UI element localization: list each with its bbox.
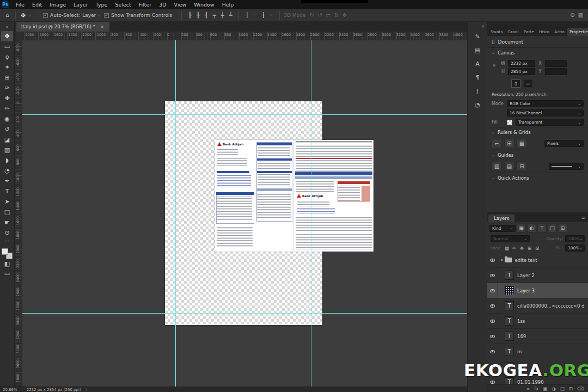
3d-drag-icon[interactable]: ⇄ [324,11,332,19]
link-layers-icon[interactable]: ∞ [526,385,530,392]
layer-visibility-toggle[interactable] [487,314,498,328]
toolbar-collapse-icon[interactable]: » [6,23,9,31]
more-options-icon[interactable]: ⋯ [267,11,275,19]
filter-pixel-layers-icon[interactable]: ▣ [517,224,526,232]
layer-effects-icon[interactable]: fx [534,385,538,392]
tab-layers[interactable]: Layers [488,215,514,222]
group-expand-icon[interactable]: ▾ [501,258,503,262]
filter-shape-layers-icon[interactable]: □ [548,224,557,232]
align-horizontal-center-icon[interactable]: ╂ [194,11,202,19]
workspace-switcher-icon[interactable]: ▥ [577,11,585,19]
blur-tool[interactable]: ◗ [1,155,13,166]
filter-type-layers-icon[interactable]: T [537,224,547,232]
3d-roll-icon[interactable]: ↺ [316,11,324,19]
history-panel-icon[interactable]: ✎ [471,32,483,42]
adjustment-layer-icon[interactable]: ◑ [552,385,555,392]
gradient-tool[interactable]: ▨ [1,145,13,155]
layer-row[interactable]: T169 [487,329,588,344]
align-vertical-center-icon[interactable]: ┿ [218,11,226,19]
panel-tab-patte[interactable]: Patte [522,28,536,36]
foreground-color-swatch[interactable] [2,248,8,255]
panel-tab-properties[interactable]: Properties [567,28,588,36]
clear-guides-icon[interactable]: ⊟ [517,162,527,171]
layer-visibility-toggle[interactable] [487,329,498,344]
pen-tool[interactable]: ✒ [1,176,13,186]
grid-icon[interactable]: ⊞ [504,139,514,148]
filter-adjustment-layers-icon[interactable]: ◐ [527,224,536,232]
distribute-vertical-icon[interactable]: ┆ [243,11,251,19]
healing-brush-tool[interactable]: ✚ [1,93,13,103]
lock-all-icon[interactable]: ⊠ [534,246,541,251]
layer-filter-kind-select[interactable]: Kind⌄ [489,225,516,232]
paragraph-panel-icon[interactable]: ¶ [471,72,483,83]
clone-source-panel-icon[interactable]: ◔ [471,100,483,110]
bit-depth-select[interactable]: 16 Bits/Channel⌄ [507,109,584,117]
canvas-viewport[interactable]: Bank Attijah [22,40,467,387]
eyedropper-tool[interactable]: ✑ [1,83,13,93]
brush-tool[interactable]: ✏ [1,103,13,114]
vertical-guide[interactable] [311,40,311,387]
layer-visibility-toggle[interactable] [487,253,498,267]
menu-item-file[interactable]: File [12,0,28,9]
layer-visibility-toggle[interactable] [487,268,498,283]
canvas-section-header[interactable]: ⌄ Canvas [487,47,588,58]
align-left-icon[interactable]: ┠ [186,11,194,19]
clone-stamp-tool[interactable]: ◉ [1,114,13,124]
ruler-origin-corner[interactable] [15,32,22,40]
crop-tool[interactable]: ⊞ [1,72,13,83]
dodge-tool[interactable]: ◔ [1,166,13,176]
landscape-orientation-button[interactable]: ▭ [523,79,532,88]
history-brush-tool[interactable]: ↺ [1,124,13,134]
expand-panels-icon[interactable]: « [481,23,485,29]
panel-tab-gradi[interactable]: Gradi [505,28,520,36]
zoom-level[interactable]: 20.66% [3,388,17,392]
menu-item-help[interactable]: Help [218,0,238,9]
color-swatches[interactable] [2,248,13,259]
color-mode-select[interactable]: RGB Color⌄ [507,100,584,107]
edit-toolbar-icon[interactable]: ⋯ [4,238,10,246]
close-icon[interactable]: × [100,24,105,29]
3d-scale-icon[interactable]: ✥ [340,11,348,19]
quick-actions-section-header[interactable]: ⌄ Quick Actions [487,173,588,183]
vertical-guide[interactable] [175,40,176,387]
menu-item-select[interactable]: Select [111,0,134,9]
width-field[interactable]: 2232 px [508,60,535,67]
opacity-field[interactable]: 100%⌄ [565,235,585,242]
units-select[interactable]: Pixels⌄ [544,140,584,147]
canvas-guides-icon[interactable]: ▥ [492,162,502,171]
layer-row[interactable]: TLayer 2 [487,268,588,283]
move-tool[interactable]: ✥ [1,31,13,41]
lock-position-icon[interactable]: ✥ [519,246,525,251]
hand-tool[interactable]: ☛ [1,217,13,228]
type-tool[interactable]: T [1,186,13,197]
distribute-spacing-icon[interactable]: ┇ [259,11,267,19]
menu-item-image[interactable]: Image [46,0,70,9]
panel-tab-actio[interactable]: Actio [552,28,567,36]
canvas-rulers-icon[interactable]: ⌐ [492,139,502,148]
portrait-orientation-button[interactable]: ▯ [511,79,520,88]
layer-visibility-toggle[interactable] [487,283,498,298]
pixel-grid-icon[interactable]: ▦ [517,139,527,148]
lasso-tool[interactable]: ϙ [1,52,13,62]
menu-item-layer[interactable]: Layer [70,0,92,9]
blend-mode-select[interactable]: Normal⌄ [491,235,530,242]
link-dimensions-icon[interactable]: ∞ [492,63,497,68]
layer-fill-field[interactable]: 100%⌄ [565,244,585,252]
3d-slide-icon[interactable]: ⇅ [332,11,340,19]
menu-item-edit[interactable]: Edit [28,0,46,9]
menu-item-window[interactable]: Window [190,0,218,9]
align-top-icon[interactable]: ┯ [210,11,218,19]
new-layer-icon[interactable]: ⊞ [569,385,573,392]
guide-style-select[interactable]: ⌄ [549,163,584,170]
menu-item-type[interactable]: Type [92,0,112,9]
status-chevron-icon[interactable]: ⟩ [85,388,87,392]
delete-layer-icon[interactable]: ⌫ [577,385,584,392]
rulers-grids-section-header[interactable]: ⌄ Rulers & Grids [487,127,588,137]
horizontal-guide[interactable] [22,114,467,115]
quick-mask-icon[interactable]: ◧ [4,259,10,269]
layer-row[interactable]: T1ss [487,314,588,329]
layer-row[interactable]: Tcilla0000000...<ccccccc<0 d [487,298,588,314]
layer-row[interactable]: Tm [487,344,588,359]
vertical-ruler[interactable]: -800-600-400-200020040060080010001200140… [15,40,22,387]
new-group-icon[interactable]: □ [560,385,565,392]
